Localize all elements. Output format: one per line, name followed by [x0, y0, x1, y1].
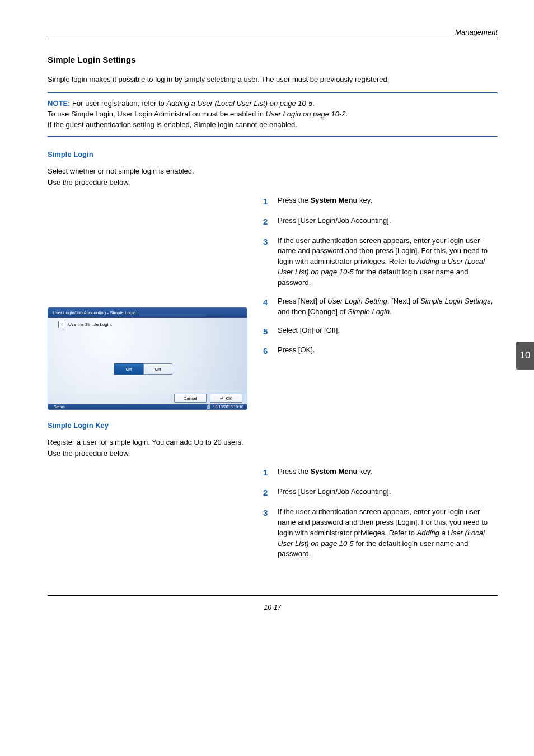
body-text: Use the procedure below.	[48, 178, 498, 188]
step-ref: Simple Login	[348, 307, 390, 316]
body-text: Register a user for simple login. You ca…	[48, 437, 498, 447]
step-ref: User Login Setting	[327, 297, 387, 305]
subhead-simple-login: Simple Login	[48, 150, 498, 158]
note-text: To use Simple Login, User Login Administ…	[48, 110, 266, 118]
step-text: Press the	[278, 196, 311, 204]
chapter-thumb-tab: 10	[516, 342, 534, 370]
step-text: Press the	[278, 467, 311, 475]
status-timestamp: 10/10/2010 10:10	[213, 405, 244, 409]
note-text: .	[312, 99, 315, 108]
note-text: If the guest authentication setting is e…	[48, 120, 297, 129]
info-icon: i	[58, 321, 65, 328]
note-text: .	[346, 110, 348, 118]
copy-icon: 🗐	[207, 405, 211, 409]
note-ref: Adding a User (Local User List) on page …	[166, 99, 312, 108]
body-text: Select whether or not simple login is en…	[48, 166, 498, 176]
page-header-section: Management	[48, 28, 498, 39]
dialog-title: User Login/Job Accounting - Simple Login	[48, 308, 247, 318]
cancel-button[interactable]: Cancel	[174, 394, 207, 403]
step-text: Press [User Login/Job Accounting].	[278, 216, 498, 226]
step-text: , [Next] of	[387, 297, 420, 305]
ok-label: OK	[226, 396, 233, 401]
note-label: NOTE:	[48, 99, 70, 108]
note-text: For user registration, refer to	[72, 99, 166, 108]
on-button[interactable]: On	[143, 363, 172, 375]
note-box: NOTE: For user registration, refer to Ad…	[48, 92, 498, 137]
page-number: 10-17	[48, 595, 498, 612]
step-ref: Simple Login Settings	[420, 297, 491, 305]
enter-icon: ↵	[220, 396, 224, 401]
procedure-steps-1: Press the System Menu key. Press [User L…	[263, 195, 498, 357]
step-text: System Menu	[311, 196, 358, 204]
ok-button[interactable]: ↵ OK	[210, 394, 242, 403]
step-text: Press [User Login/Job Accounting].	[278, 487, 498, 497]
body-text: Use the procedure below.	[48, 449, 498, 459]
step-text: Select [On] or [Off].	[278, 325, 498, 336]
section-title: Simple Login Settings	[48, 55, 498, 64]
off-button[interactable]: Off	[114, 363, 143, 375]
step-text: Press [OK].	[278, 345, 498, 356]
step-text: key.	[357, 467, 372, 475]
intro-paragraph: Simple login makes it possible to log in…	[48, 74, 498, 85]
step-text: key.	[357, 196, 372, 204]
step-text: Press [Next] of	[278, 297, 327, 305]
step-text: .	[390, 307, 392, 316]
status-label: Status	[54, 405, 65, 409]
procedure-steps-2: Press the System Menu key. Press [User L…	[263, 466, 498, 559]
simple-login-dialog: User Login/Job Accounting - Simple Login…	[48, 307, 247, 410]
step-text: System Menu	[311, 467, 358, 475]
note-ref: User Login on page 10-2	[266, 110, 346, 118]
subhead-simple-login-key: Simple Login Key	[48, 421, 498, 430]
dialog-hint: Use the Simple Login.	[68, 322, 112, 327]
